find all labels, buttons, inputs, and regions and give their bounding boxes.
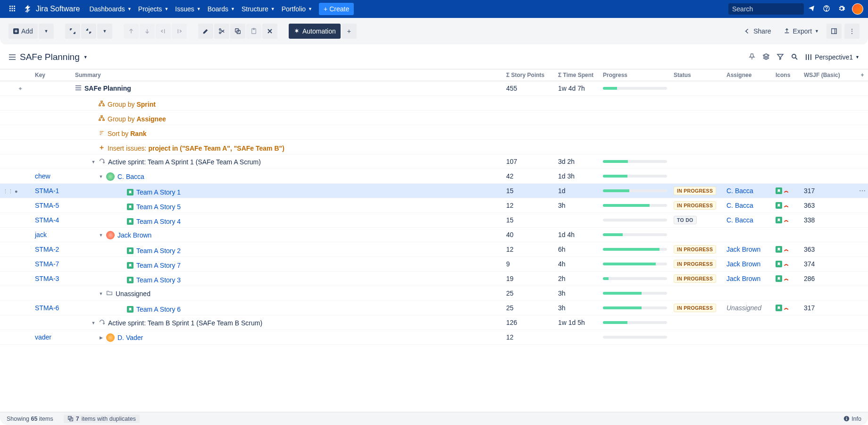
summary-cell[interactable]: ▶D. Vader [75, 333, 506, 342]
issue-key[interactable]: STMA-3 [21, 275, 75, 282]
summary-cell[interactable]: SAFe Planning [75, 85, 506, 93]
expand-toggle[interactable]: ▼ [98, 233, 104, 238]
global-search[interactable] [728, 3, 804, 15]
summary-cell[interactable]: Group by Assignee [75, 113, 506, 123]
table-row[interactable]: ▼Unassigned253h [0, 286, 868, 301]
table-row[interactable]: STMA-5Team A Story 5123hIN PROGRESSC. Ba… [0, 198, 868, 213]
automation-button[interactable]: Automation [289, 24, 341, 39]
expand-dropdown[interactable]: ▼ [97, 24, 112, 39]
settings-icon[interactable] [834, 2, 849, 17]
status-cell[interactable]: IN PROGRESS [674, 201, 726, 210]
expand-toggle[interactable]: ▼ [90, 321, 97, 325]
assignee-cell[interactable]: Unassigned [726, 304, 776, 312]
issue-key[interactable]: chew [21, 172, 75, 180]
filter-icon[interactable] [776, 53, 784, 62]
layout-toggle-button[interactable] [826, 24, 842, 39]
row-more-button[interactable]: ⋯ [857, 187, 868, 195]
table-row[interactable]: STMA-6Team A Story 6253hIN PROGRESSUnass… [0, 301, 868, 315]
table-row[interactable]: Insert issues: project in ("SAFe Team A"… [0, 140, 868, 154]
issue-key[interactable]: STMA-1 [21, 187, 75, 195]
issue-key[interactable]: vader [21, 333, 75, 341]
notifications-icon[interactable] [804, 2, 819, 17]
summary-cell[interactable]: Sort by Rank [75, 128, 506, 137]
table-row[interactable]: STMA-3Team A Story 3192hIN PROGRESSJack … [0, 272, 868, 286]
outdent-button[interactable] [156, 24, 171, 39]
col-progress[interactable]: Progress [603, 72, 674, 78]
summary-cell[interactable]: ▼Active sprint: Team A Sprint 1 (SAFe Te… [75, 157, 506, 166]
expand-toggle[interactable]: ▶ [98, 335, 104, 340]
issue-key[interactable]: STMA-4 [21, 216, 75, 224]
nav-projects[interactable]: Projects▼ [138, 5, 169, 13]
copy-button[interactable] [230, 24, 245, 39]
delete-button[interactable] [262, 24, 277, 39]
automation-add-button[interactable]: + [342, 24, 357, 39]
status-cell[interactable]: TO DO [674, 216, 726, 224]
status-cell[interactable]: IN PROGRESS [674, 187, 726, 195]
summary-cell[interactable]: Insert issues: project in ("SAFe Team A"… [75, 142, 506, 152]
search-input[interactable] [732, 5, 815, 13]
issue-key[interactable]: STMA-2 [21, 246, 75, 253]
jira-logo[interactable]: Jira Software [20, 4, 83, 14]
add-button[interactable]: Add [8, 24, 38, 39]
assignee-cell[interactable]: C. Bacca [726, 202, 776, 209]
issue-key[interactable]: STMA-7 [21, 260, 75, 268]
summary-cell[interactable]: Team A Story 1 [75, 186, 506, 196]
status-cell[interactable]: IN PROGRESS [674, 274, 726, 283]
summary-cell[interactable]: ▼Jack Brown [75, 230, 506, 239]
add-dropdown[interactable]: ▼ [39, 24, 54, 39]
table-row[interactable]: STMA-4Team A Story 415TO DOC. Bacca︽338 [0, 213, 868, 228]
col-story-points[interactable]: Σ Story Points [506, 72, 558, 78]
table-row[interactable]: Group by Sprint [0, 96, 868, 110]
expand-toggle[interactable]: ▼ [98, 291, 104, 296]
summary-cell[interactable]: Team A Story 5 [75, 201, 506, 211]
summary-cell[interactable]: Team A Story 6 [75, 303, 506, 313]
more-toolbar-button[interactable]: ⋮ [844, 24, 860, 39]
table-row[interactable]: ⋮⋮ ●STMA-1Team A Story 1151dIN PROGRESSC… [0, 184, 868, 198]
summary-cell[interactable]: Team A Story 4 [75, 215, 506, 225]
collapse-all-button[interactable] [81, 24, 96, 39]
summary-cell[interactable]: ▼C. Bacca [75, 172, 506, 181]
nav-portfolio[interactable]: Portfolio▼ [282, 5, 312, 13]
cut-button[interactable] [214, 24, 229, 39]
assignee-cell[interactable]: C. Bacca [726, 216, 776, 224]
structure-selector[interactable]: SAFe Planning ▼ [8, 52, 88, 62]
move-down-button[interactable] [140, 24, 155, 39]
create-button[interactable]: +Create [319, 3, 354, 15]
summary-cell[interactable]: Team A Story 3 [75, 274, 506, 284]
assignee-cell[interactable]: Jack Brown [726, 260, 776, 268]
status-cell[interactable]: IN PROGRESS [674, 304, 726, 312]
col-summary[interactable]: Summary [75, 72, 506, 78]
col-icons[interactable]: Icons [776, 72, 804, 78]
table-row[interactable]: vader▶D. Vader12 [0, 330, 868, 345]
table-row[interactable]: jack▼Jack Brown401d 4h [0, 228, 868, 242]
layers-icon[interactable] [762, 53, 770, 62]
expand-all-button[interactable] [65, 24, 80, 39]
move-up-button[interactable] [124, 24, 139, 39]
help-icon[interactable] [819, 2, 834, 17]
table-row[interactable]: Group by Assignee [0, 110, 868, 125]
table-row[interactable]: ▼Active sprint: Team B Sprint 1 (SAFe Te… [0, 315, 868, 330]
issue-key[interactable]: STMA-5 [21, 202, 75, 209]
nav-issues[interactable]: Issues▼ [175, 5, 200, 13]
assignee-cell[interactable]: Jack Brown [726, 275, 776, 282]
status-cell[interactable]: IN PROGRESS [674, 245, 726, 254]
nav-structure[interactable]: Structure▼ [242, 5, 275, 13]
nav-dashboards[interactable]: Dashboards▼ [89, 5, 131, 13]
status-cell[interactable]: IN PROGRESS [674, 260, 726, 268]
issue-key[interactable]: jack [21, 231, 75, 238]
paste-button[interactable] [246, 24, 261, 39]
col-key[interactable]: Key [21, 72, 75, 78]
summary-cell[interactable]: Team A Story 2 [75, 245, 506, 255]
nav-boards[interactable]: Boards▼ [208, 5, 235, 13]
col-status[interactable]: Status [674, 72, 726, 78]
add-column-button[interactable]: + [857, 72, 868, 78]
issue-key[interactable]: STMA-6 [21, 304, 75, 312]
assignee-cell[interactable]: C. Bacca [726, 187, 776, 195]
search-panel-icon[interactable] [791, 53, 798, 62]
table-row[interactable]: ✦SAFe Planning4551w 4d 7h [0, 81, 868, 96]
expand-toggle[interactable]: ▼ [90, 160, 97, 164]
summary-cell[interactable]: Team A Story 7 [75, 259, 506, 269]
summary-cell[interactable]: Group by Sprint [75, 98, 506, 108]
table-row[interactable]: ▼Active sprint: Team A Sprint 1 (SAFe Te… [0, 154, 868, 169]
col-assignee[interactable]: Assignee [726, 72, 776, 78]
